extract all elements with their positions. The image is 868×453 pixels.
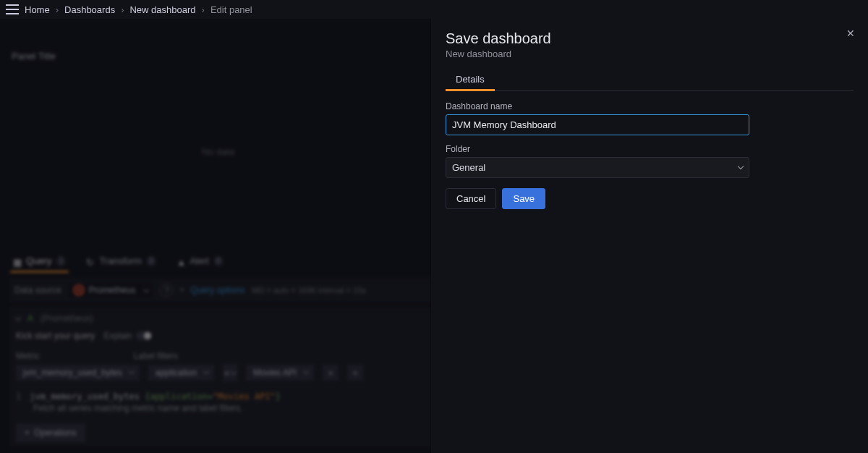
cancel-button[interactable]: Cancel [446,188,496,209]
help-icon[interactable]: ? [160,284,173,297]
save-dashboard-drawer: ✕ Save dashboard New dashboard Details D… [430,19,868,453]
operations-button[interactable]: + Operations [16,423,85,442]
datasource-name: Prometheus [89,285,136,295]
save-button[interactable]: Save [502,188,545,209]
query-icon: ▦ [13,257,22,266]
panel-empty: No data [10,64,426,238]
drawer-subtitle: New dashboard [446,48,854,59]
tab-badge: 0 [213,256,224,266]
tab-transform[interactable]: ↻ Transform 0 [83,251,159,272]
folder-value: General [452,162,485,173]
chevron-right-icon: › [202,4,205,15]
chevron-down-icon [738,164,744,169]
transform-icon: ↻ [86,257,95,266]
chevron-down-icon [303,368,309,374]
tab-details[interactable]: Details [446,69,495,90]
breadcrumb-dashboards[interactable]: Dashboards [64,4,115,15]
metric-field-label: Metric [16,351,40,361]
breadcrumb-current: Edit panel [210,4,252,15]
filter-key-select[interactable]: application [148,365,214,381]
code-line-number: 1 [16,391,21,402]
dashboard-name-label: Dashboard name [446,101,854,111]
chevron-down-icon [128,368,134,374]
tab-label: Query [26,255,51,266]
dashboard-name-input[interactable] [446,114,749,135]
filter-op: = [224,368,230,378]
breadcrumb-home[interactable]: Home [25,4,50,15]
tab-badge: 1 [56,256,66,266]
plus-icon: + [25,428,30,438]
tab-label: Alert [190,255,209,266]
drawer-title: Save dashboard [446,30,854,47]
query-options-meta: MD = auto = 1696 Interval = 15s [252,286,365,295]
query-letter: A [27,313,33,323]
breadcrumb: Home › Dashboards › New dashboard › Edit… [25,4,252,15]
metric-value: jvm_memory_used_bytes [23,368,122,378]
filter-value: Movies API [253,368,297,378]
filters-field-label: Label filters [134,351,178,361]
chevron-down-icon [231,368,237,374]
filter-op-select[interactable]: = [223,364,237,381]
query-options-link[interactable]: Query options [191,285,245,295]
folder-label: Folder [446,144,854,154]
datasource-select[interactable]: Prometheus [69,283,153,297]
close-icon[interactable]: ✕ [845,27,856,39]
tab-badge: 0 [146,256,156,266]
add-filter-button[interactable]: + [347,365,363,381]
alert-icon: ▲ [176,257,185,266]
chevron-down-icon [203,368,209,374]
kick-start-button[interactable]: Kick start your query [16,331,95,341]
breadcrumb-new-dashboard[interactable]: New dashboard [129,4,195,15]
prometheus-icon [73,284,85,296]
chevron-right-icon: › [121,4,124,15]
metric-select[interactable]: jvm_memory_used_bytes [16,365,140,381]
menu-icon[interactable] [6,4,19,14]
filter-key: application [156,368,197,378]
tab-alert[interactable]: ▲ Alert 0 [174,251,226,272]
explain-label: Explain [103,331,132,341]
chevron-down-icon [143,286,149,292]
chevron-down-icon[interactable] [15,314,21,320]
code-text: jvm_memory_used_bytes {application="Movi… [30,391,281,402]
explain-toggle[interactable] [136,331,152,340]
query-source-sub: (Prometheus) [41,313,93,323]
tab-query[interactable]: ▦ Query 1 [10,251,69,272]
remove-filter-button[interactable]: × [323,365,339,381]
operations-label: Operations [34,428,77,438]
panel-preview: Panel Title No data [10,51,426,238]
folder-select[interactable]: General [446,157,749,178]
tab-label: Transform [99,255,142,266]
chevron-right-icon: › [56,4,59,15]
panel-title: Panel Title [10,51,426,64]
datasource-label: Data source [14,285,61,295]
filter-value-select[interactable]: Movies API [246,365,314,381]
